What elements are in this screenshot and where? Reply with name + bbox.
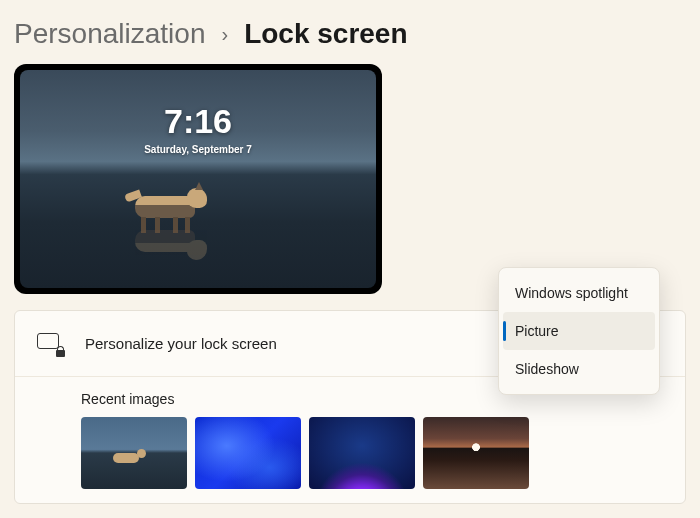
breadcrumb-parent[interactable]: Personalization xyxy=(14,18,205,50)
dropdown-option-slideshow[interactable]: Slideshow xyxy=(503,350,655,388)
recent-image-thumbnail[interactable] xyxy=(309,417,415,489)
lockscreen-icon xyxy=(37,333,63,355)
preview-date: Saturday, September 7 xyxy=(144,144,252,155)
breadcrumb-separator-icon: › xyxy=(221,23,228,46)
recent-image-thumbnail[interactable] xyxy=(423,417,529,489)
recent-images-list xyxy=(81,417,685,489)
dropdown-option-spotlight[interactable]: Windows spotlight xyxy=(503,274,655,312)
recent-image-thumbnail[interactable] xyxy=(195,417,301,489)
breadcrumb-current: Lock screen xyxy=(244,18,407,50)
preview-time: 7:16 xyxy=(164,102,232,141)
recent-image-thumbnail[interactable] xyxy=(81,417,187,489)
preview-reflection-icon xyxy=(125,230,215,270)
recent-images-section: Recent images xyxy=(15,377,685,503)
lockscreen-preview-image: 7:16 Saturday, September 7 xyxy=(20,70,376,288)
background-source-dropdown: Windows spotlight Picture Slideshow xyxy=(498,267,660,395)
breadcrumb: Personalization › Lock screen xyxy=(0,0,700,50)
lockscreen-preview: 7:16 Saturday, September 7 xyxy=(14,64,382,294)
dropdown-option-picture[interactable]: Picture xyxy=(503,312,655,350)
